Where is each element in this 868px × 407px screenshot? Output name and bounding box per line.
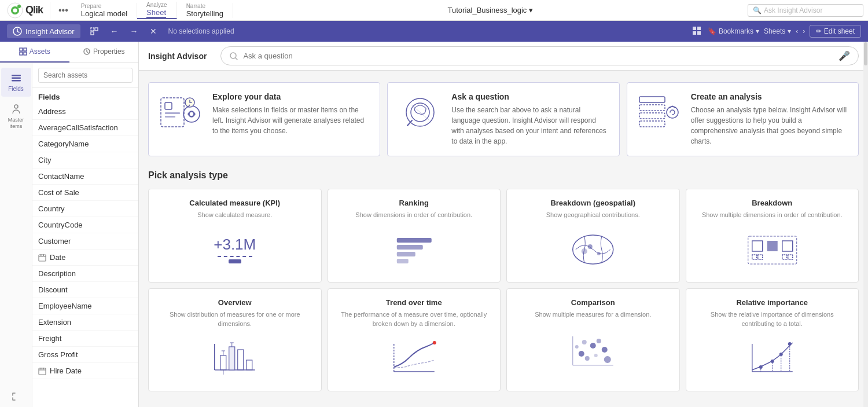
- svg-point-72: [432, 341, 436, 344]
- svg-rect-26: [43, 368, 45, 369]
- field-item[interactable]: Customer: [32, 233, 138, 250]
- svg-rect-53: [782, 241, 792, 251]
- relative-title: Relative importance: [696, 298, 849, 307]
- panel-inner: Fields Master items: [0, 63, 138, 407]
- svg-rect-15: [24, 52, 27, 55]
- scroll-thumb[interactable]: [864, 42, 867, 65]
- nav-next-button[interactable]: ›: [803, 27, 805, 35]
- create-analysis-icon: [637, 92, 683, 133]
- sidebar-item-bottom[interactable]: [1, 386, 31, 407]
- field-item[interactable]: Description: [32, 266, 138, 282]
- nav-prev-button[interactable]: ‹: [796, 27, 798, 35]
- svg-point-74: [590, 343, 596, 349]
- field-item[interactable]: EmployeeName: [32, 298, 138, 314]
- selection-tool-button[interactable]: [87, 24, 101, 38]
- explore-cards: Explore your data Make selections in fie…: [148, 82, 859, 156]
- svg-rect-12: [20, 48, 23, 51]
- nav-prepare[interactable]: Prepare Logical model: [72, 3, 137, 18]
- bookmarks-button[interactable]: 🔖 Bookmarks ▾: [708, 27, 759, 35]
- analysis-card-overview[interactable]: Overview Show distribution of measures f…: [148, 288, 322, 391]
- microphone-button[interactable]: 🎤: [838, 50, 850, 61]
- field-item[interactable]: Discount: [32, 282, 138, 298]
- tab-properties[interactable]: Properties: [69, 42, 139, 63]
- field-item[interactable]: CountryCode: [32, 217, 138, 233]
- second-toolbar: Insight Advisor ← → ✕ No selections appl…: [0, 21, 868, 42]
- svg-point-78: [575, 345, 579, 349]
- nav-narrate[interactable]: Narrate Storytelling: [177, 3, 233, 18]
- kpi-illustration: +3.1M: [158, 226, 312, 273]
- clear-button[interactable]: ✕: [148, 24, 159, 38]
- back-button[interactable]: ←: [108, 24, 121, 38]
- analysis-card-breakdown[interactable]: Breakdown Show multiple dimensions in or…: [686, 189, 859, 283]
- toolbar-right: 🔖 Bookmarks ▾ Sheets ▾ ‹ › ✏ Edit sheet: [692, 25, 861, 38]
- svg-rect-5: [91, 28, 94, 31]
- svg-rect-21: [39, 255, 46, 261]
- ia-search-bar[interactable]: 🎤: [220, 46, 859, 65]
- field-item[interactable]: Country: [32, 201, 138, 217]
- search-assets-container: [32, 63, 138, 88]
- field-item[interactable]: Gross Profit: [32, 347, 138, 363]
- narrate-label: Narrate: [186, 3, 205, 9]
- assets-tab-label: Assets: [30, 47, 50, 56]
- explore-data-card[interactable]: Explore your data Make selections in fie…: [148, 82, 380, 156]
- sheets-button[interactable]: Sheets ▾: [764, 27, 791, 35]
- content-area: Insight Advisor 🎤: [139, 42, 868, 407]
- field-item[interactable]: Hire Date: [32, 363, 138, 379]
- field-item[interactable]: City: [32, 152, 138, 168]
- tab-assets[interactable]: Assets: [0, 42, 69, 63]
- analyze-label: Analyze: [146, 2, 167, 8]
- master-items-icon: [10, 104, 22, 115]
- forward-button[interactable]: →: [128, 24, 141, 38]
- field-item[interactable]: Cost of Sale: [32, 185, 138, 201]
- field-item[interactable]: ContactName: [32, 168, 138, 185]
- overview-title: Overview: [158, 298, 312, 307]
- field-item[interactable]: AverageCallSatisfaction: [32, 120, 138, 136]
- insight-advisor-button[interactable]: Insight Advisor: [7, 24, 80, 38]
- ask-insight-advisor-input[interactable]: 🔍 Ask Insight Advisor: [748, 4, 863, 17]
- ia-search-input[interactable]: [243, 52, 834, 60]
- field-item[interactable]: CategoryName: [32, 136, 138, 152]
- analysis-card-kpi[interactable]: Calculated measure (KPI) Show calculated…: [148, 189, 322, 283]
- analysis-card-geo[interactable]: Breakdown (geospatial) Show geographical…: [506, 189, 680, 283]
- explore-data-icon: [158, 92, 204, 133]
- svg-rect-17: [12, 75, 21, 76]
- analysis-card-comparison[interactable]: Comparison Show multiple measures for a …: [506, 288, 680, 391]
- analysis-card-relative[interactable]: Relative importance Show the relative im…: [686, 288, 859, 391]
- svg-rect-10: [693, 31, 696, 35]
- menu-dots-button[interactable]: •••: [55, 4, 72, 17]
- svg-rect-45: [396, 252, 415, 256]
- svg-point-42: [667, 107, 678, 118]
- field-item[interactable]: Freight: [32, 331, 138, 347]
- field-item[interactable]: Extension: [32, 314, 138, 331]
- svg-rect-29: [165, 102, 172, 109]
- explore-data-title: Explore your data: [212, 92, 370, 101]
- svg-rect-25: [41, 368, 42, 369]
- nav-analyze[interactable]: Analyze Sheet: [137, 2, 177, 19]
- create-analysis-card[interactable]: Create an analysis Choose an analysis ty…: [627, 82, 859, 156]
- master-items-label: Master items: [5, 117, 28, 130]
- analysis-card-ranking[interactable]: Ranking Show dimensions in order of cont…: [328, 189, 501, 283]
- sidebar-item-master-items[interactable]: Master items: [1, 99, 31, 134]
- relative-illustration: [696, 335, 849, 382]
- field-item[interactable]: Address: [32, 104, 138, 120]
- kpi-desc: Show calculated measure.: [158, 211, 312, 219]
- svg-rect-19: [12, 80, 21, 82]
- app-title[interactable]: Tutorial_Business_logic ▾: [448, 6, 534, 14]
- ask-question-card[interactable]: Ask a question Use the search bar above …: [387, 82, 619, 156]
- svg-rect-54: [752, 255, 756, 259]
- svg-rect-57: [788, 255, 792, 259]
- svg-rect-61: [220, 355, 226, 370]
- scroll-track: [863, 42, 868, 407]
- field-item[interactable]: Date: [32, 250, 138, 266]
- search-assets-input[interactable]: [38, 68, 133, 83]
- fields-header: Fields: [32, 88, 138, 104]
- bookmark-icon: 🔖: [708, 27, 716, 35]
- svg-rect-9: [697, 27, 701, 30]
- svg-rect-7: [91, 32, 94, 35]
- analysis-card-trend[interactable]: Trend over time The performance of a mea…: [328, 288, 501, 391]
- geo-desc: Show geographical contributions.: [516, 211, 670, 219]
- sidebar-item-fields[interactable]: Fields: [1, 68, 31, 97]
- svg-rect-44: [396, 245, 422, 250]
- edit-sheet-button[interactable]: ✏ Edit sheet: [810, 25, 861, 38]
- ranking-illustration: [337, 226, 491, 273]
